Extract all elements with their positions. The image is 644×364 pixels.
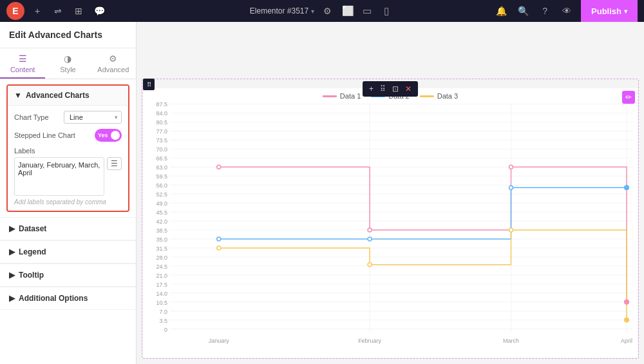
svg-text:0: 0 xyxy=(164,327,167,333)
chart-line-data2 xyxy=(219,187,627,239)
move-widget-button[interactable]: ⠿ xyxy=(377,83,388,95)
svg-text:March: March xyxy=(503,338,519,344)
remove-widget-button[interactable]: ✕ xyxy=(402,83,414,95)
site-title[interactable]: Elementor #3517 ▾ xyxy=(250,6,314,15)
tablet-device-button[interactable]: ▭ xyxy=(359,3,375,19)
svg-text:49.0: 49.0 xyxy=(156,200,167,207)
plus-button[interactable]: + xyxy=(30,3,45,19)
advanced-charts-content: Chart Type Line Bar Pie Doughnut ▾ Stepp… xyxy=(8,106,128,211)
stepped-line-row: Stepped Line Chart Yes xyxy=(14,129,122,142)
legend-item-data3: Data 3 xyxy=(420,92,458,100)
svg-point-69 xyxy=(509,228,513,232)
advanced-charts-section: ▼ Advanced Charts Chart Type Line Bar Pi… xyxy=(6,84,129,212)
additional-options-header[interactable]: ▶ Additional Options xyxy=(0,287,136,310)
publish-arrow-icon: ▾ xyxy=(624,8,627,15)
widget-toolbar: + ⠿ ⊡ ✕ xyxy=(363,81,418,97)
svg-text:42.0: 42.0 xyxy=(156,218,167,225)
tooltip-section: ▶ Tooltip xyxy=(0,263,136,287)
search-button[interactable]: 🔍 xyxy=(515,3,531,19)
chart-svg-wrapper: 87.5 84.0 80.5 77.0 73.5 70.0 66.5 63.0 … xyxy=(143,101,638,352)
settings-button[interactable]: ⚙ xyxy=(319,3,335,19)
svg-text:52.5: 52.5 xyxy=(156,191,167,198)
svg-text:3.5: 3.5 xyxy=(159,318,167,324)
svg-text:35.0: 35.0 xyxy=(156,236,167,243)
add-widget-button[interactable]: + xyxy=(366,83,376,95)
toggle-yes-label: Yes xyxy=(98,132,108,139)
tab-style[interactable]: ◑ Style xyxy=(45,48,90,79)
svg-text:87.5: 87.5 xyxy=(156,101,167,108)
block-handle[interactable]: ⠿ xyxy=(143,79,155,90)
labels-textarea[interactable]: January, February, March, April xyxy=(14,157,104,196)
layers-button[interactable]: ⊞ xyxy=(71,3,86,19)
chart-edit-button[interactable]: ✏ xyxy=(622,91,635,104)
duplicate-widget-button[interactable]: ⊡ xyxy=(390,83,401,95)
legend-color-data3 xyxy=(420,95,434,97)
chart-type-label: Chart Type xyxy=(14,113,64,121)
elementor-logo[interactable]: E xyxy=(6,2,24,20)
labels-hint: Add labels separated by comma xyxy=(14,198,122,206)
labels-section: Labels January, February, March, April ☰… xyxy=(14,147,122,206)
style-tab-icon: ◑ xyxy=(64,53,71,64)
svg-text:70.0: 70.0 xyxy=(156,146,167,153)
svg-text:84.0: 84.0 xyxy=(156,110,167,117)
svg-text:14.0: 14.0 xyxy=(156,291,167,297)
svg-text:59.5: 59.5 xyxy=(156,173,167,180)
tab-advanced[interactable]: ⚙ Advanced xyxy=(91,48,136,79)
additional-options-section: ▶ Additional Options xyxy=(0,287,136,310)
additional-options-arrow-icon: ▶ xyxy=(9,294,15,303)
data1-last-point xyxy=(624,300,629,305)
svg-text:21.0: 21.0 xyxy=(156,273,167,279)
data3-last-point xyxy=(624,318,629,323)
svg-text:63.0: 63.0 xyxy=(156,164,167,171)
legend-item-data1: Data 1 xyxy=(323,92,361,100)
svg-point-68 xyxy=(368,263,372,267)
svg-text:February: February xyxy=(358,338,381,344)
svg-text:17.5: 17.5 xyxy=(156,282,167,288)
svg-text:77.0: 77.0 xyxy=(156,128,167,135)
svg-point-61 xyxy=(509,165,513,169)
tooltip-header[interactable]: ▶ Tooltip xyxy=(0,264,136,287)
help-button[interactable]: ? xyxy=(537,3,553,19)
svg-text:38.5: 38.5 xyxy=(156,227,167,234)
svg-text:24.5: 24.5 xyxy=(156,263,167,270)
stepped-line-toggle[interactable]: Yes xyxy=(95,129,122,142)
svg-point-65 xyxy=(509,186,513,189)
chart-type-row: Chart Type Line Bar Pie Doughnut ▾ xyxy=(14,111,122,124)
mobile-device-button[interactable]: ▯ xyxy=(379,3,394,19)
section-collapse-arrow: ▼ xyxy=(14,91,22,100)
svg-point-59 xyxy=(217,165,221,169)
tab-content[interactable]: ☰ Content xyxy=(0,48,45,79)
dataset-arrow-icon: ▶ xyxy=(9,224,15,233)
chart-type-select[interactable]: Line Bar Pie Doughnut xyxy=(64,111,122,124)
legend-color-data1 xyxy=(323,95,337,97)
svg-text:January: January xyxy=(209,338,229,344)
svg-point-64 xyxy=(368,237,372,241)
advanced-charts-header[interactable]: ▼ Advanced Charts xyxy=(8,86,128,106)
sidebar-tabs: ☰ Content ◑ Style ⚙ Advanced xyxy=(0,48,136,79)
svg-text:80.5: 80.5 xyxy=(156,119,167,126)
legend-header[interactable]: ▶ Legend xyxy=(0,241,136,263)
svg-text:10.5: 10.5 xyxy=(156,300,167,306)
sliders-button[interactable]: ⇌ xyxy=(50,3,66,19)
advanced-tab-icon: ⚙ xyxy=(109,53,117,64)
desktop-device-button[interactable]: ⬜ xyxy=(340,3,355,19)
chat-button[interactable]: 💬 xyxy=(91,3,107,19)
sidebar: Edit Advanced Charts ☰ Content ◑ Style ⚙… xyxy=(0,22,137,364)
data2-last-point xyxy=(624,185,629,190)
topbar: E + ⇌ ⊞ 💬 Elementor #3517 ▾ ⚙ ⬜ ▭ ▯ 🔔 🔍 … xyxy=(0,0,644,22)
svg-point-67 xyxy=(217,246,221,250)
svg-point-63 xyxy=(217,237,221,241)
svg-text:45.5: 45.5 xyxy=(156,209,167,216)
labels-icon-button[interactable]: ☰ xyxy=(107,157,122,170)
publish-button[interactable]: Publish ▾ xyxy=(581,0,638,22)
dataset-header[interactable]: ▶ Dataset xyxy=(0,218,136,240)
svg-text:73.5: 73.5 xyxy=(156,137,167,144)
svg-text:31.5: 31.5 xyxy=(156,245,167,252)
tooltip-arrow-icon: ▶ xyxy=(9,271,15,280)
preview-button[interactable]: 👁 xyxy=(559,3,574,19)
notifications-button[interactable]: 🔔 xyxy=(493,3,509,19)
chart-svg: 87.5 84.0 80.5 77.0 73.5 70.0 66.5 63.0 … xyxy=(148,101,636,352)
svg-text:28.0: 28.0 xyxy=(156,254,167,261)
legend-arrow-icon: ▶ xyxy=(9,247,15,256)
content-tab-icon: ☰ xyxy=(19,53,27,64)
